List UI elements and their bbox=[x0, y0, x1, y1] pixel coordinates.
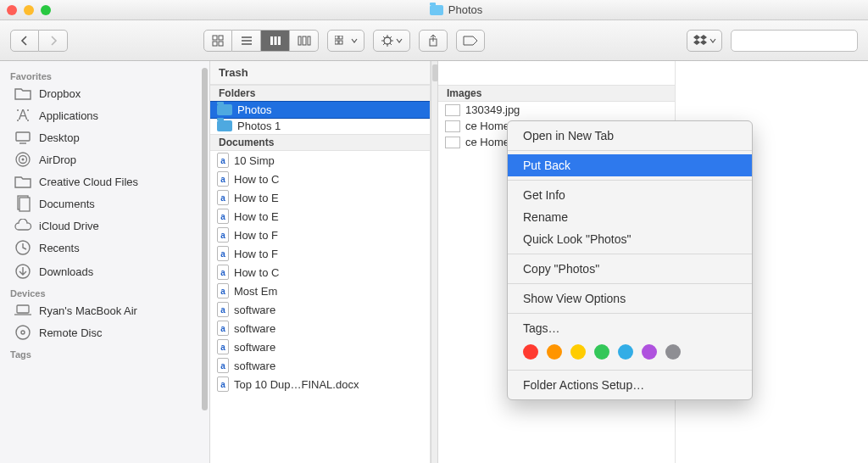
sidebar-item[interactable]: Recents bbox=[0, 236, 209, 259]
list-view-button[interactable] bbox=[232, 30, 261, 52]
sidebar-item[interactable]: Downloads bbox=[0, 259, 209, 283]
svg-line-23 bbox=[390, 43, 392, 45]
column-resize-handle-icon[interactable] bbox=[432, 64, 438, 81]
document-row[interactable]: aHow to F bbox=[210, 226, 430, 244]
document-row[interactable]: asoftware bbox=[210, 337, 430, 356]
tag-color-dot[interactable] bbox=[618, 344, 633, 360]
sidebar-item[interactable]: Dropbox bbox=[0, 83, 209, 103]
back-button[interactable] bbox=[10, 30, 39, 52]
tag-color-dot[interactable] bbox=[642, 344, 657, 360]
column-view-button[interactable] bbox=[261, 30, 290, 52]
document-label: Top 10 Dup…FINAL.docx bbox=[234, 378, 359, 391]
document-icon: a bbox=[217, 321, 229, 336]
svg-rect-12 bbox=[308, 36, 310, 45]
sidebar-item[interactable]: Ryan's MacBook Air bbox=[0, 300, 209, 321]
action-button[interactable] bbox=[373, 30, 410, 52]
icloud-icon bbox=[14, 219, 32, 232]
sidebar-heading: Tags bbox=[0, 344, 209, 361]
icon-view-button[interactable] bbox=[203, 30, 232, 52]
context-menu-item[interactable]: Folder Actions Setup… bbox=[508, 374, 752, 396]
svg-rect-14 bbox=[339, 36, 342, 39]
column-divider[interactable] bbox=[431, 61, 438, 463]
folder-row[interactable]: Photos bbox=[210, 102, 430, 118]
tag-color-dot[interactable] bbox=[523, 344, 538, 360]
gallery-view-button[interactable] bbox=[290, 30, 319, 52]
forward-button[interactable] bbox=[39, 30, 68, 52]
document-row[interactable]: aHow to E bbox=[210, 188, 430, 207]
image-icon bbox=[445, 137, 460, 148]
document-row[interactable]: asoftware bbox=[210, 356, 430, 375]
edit-tags-button[interactable] bbox=[456, 30, 485, 52]
image-icon bbox=[445, 104, 460, 116]
arrange-button[interactable] bbox=[327, 30, 364, 52]
folder-row[interactable]: Photos 1 bbox=[210, 118, 430, 134]
minimize-window-icon[interactable] bbox=[24, 5, 34, 15]
context-menu-separator bbox=[508, 370, 752, 371]
document-label: How to C bbox=[234, 266, 279, 279]
document-icon: a bbox=[217, 227, 229, 243]
document-row[interactable]: aTop 10 Dup…FINAL.docx bbox=[210, 375, 430, 393]
document-label: How to F bbox=[234, 229, 278, 242]
column-trash: Trash Folders PhotosPhotos 1 Documents a… bbox=[210, 61, 431, 463]
sidebar-item[interactable]: iCloud Drive bbox=[0, 215, 209, 236]
folder-icon bbox=[14, 175, 32, 188]
context-menu-separator bbox=[508, 313, 752, 314]
titlebar: Photos bbox=[0, 0, 868, 20]
images-section-label: Images bbox=[438, 85, 675, 102]
document-icon: a bbox=[217, 209, 229, 224]
dropbox-button[interactable] bbox=[687, 30, 722, 52]
document-label: software bbox=[234, 341, 275, 354]
share-button[interactable] bbox=[419, 30, 448, 52]
svg-point-32 bbox=[27, 120, 29, 121]
sidebar-item-label: Downloads bbox=[39, 265, 93, 278]
sidebar-item[interactable]: Desktop bbox=[0, 127, 209, 148]
apps-icon: A bbox=[14, 107, 32, 124]
document-row[interactable]: aMost Em bbox=[210, 282, 430, 300]
context-menu-item[interactable]: Rename bbox=[508, 206, 752, 228]
zoom-window-icon[interactable] bbox=[41, 5, 51, 15]
sidebar-item[interactable]: Documents bbox=[0, 192, 209, 215]
folder-label: Photos bbox=[237, 103, 271, 116]
document-row[interactable]: aHow to C bbox=[210, 263, 430, 282]
sidebar-item-label: Ryan's MacBook Air bbox=[39, 304, 137, 317]
document-icon: a bbox=[217, 358, 229, 373]
svg-point-17 bbox=[384, 37, 391, 44]
context-menu-separator bbox=[508, 283, 752, 284]
document-row[interactable]: a10 Simp bbox=[210, 151, 430, 170]
image-label: 130349.jpg bbox=[465, 103, 520, 116]
context-menu-item[interactable]: Get Info bbox=[508, 184, 752, 206]
context-menu-item[interactable]: Copy "Photos" bbox=[508, 258, 752, 280]
document-row[interactable]: aHow to E bbox=[210, 207, 430, 226]
search-field[interactable] bbox=[731, 30, 858, 52]
context-menu-item[interactable]: Open in New Tab bbox=[508, 125, 752, 147]
tag-color-dot[interactable] bbox=[547, 344, 562, 360]
folder-icon bbox=[14, 86, 32, 100]
context-menu-item[interactable]: Quick Look "Photos" bbox=[508, 228, 752, 250]
context-menu-item[interactable]: Show View Options bbox=[508, 287, 752, 310]
svg-line-24 bbox=[383, 43, 385, 45]
document-row[interactable]: asoftware bbox=[210, 319, 430, 337]
context-menu-item[interactable]: Tags… bbox=[508, 317, 752, 339]
sidebar-heading: Devices bbox=[0, 283, 209, 300]
document-row[interactable]: aHow to F bbox=[210, 244, 430, 263]
disc-icon bbox=[14, 324, 32, 341]
close-window-icon[interactable] bbox=[7, 5, 17, 15]
tag-color-dot[interactable] bbox=[570, 344, 586, 360]
document-row[interactable]: asoftware bbox=[210, 300, 430, 319]
image-row[interactable]: 130349.jpg bbox=[438, 102, 675, 118]
svg-rect-2 bbox=[213, 42, 217, 46]
sidebar-item[interactable]: AApplications bbox=[0, 103, 209, 127]
tag-color-dot[interactable] bbox=[665, 344, 681, 360]
sidebar-item-label: Documents bbox=[39, 198, 95, 210]
sidebar-item[interactable]: Remote Disc bbox=[0, 321, 209, 344]
sidebar-item-label: Dropbox bbox=[39, 87, 81, 100]
sidebar-item[interactable]: Creative Cloud Files bbox=[0, 171, 209, 192]
svg-rect-9 bbox=[278, 36, 281, 45]
document-row[interactable]: aHow to C bbox=[210, 170, 430, 188]
context-menu-separator bbox=[508, 254, 752, 254]
sidebar-scrollbar[interactable] bbox=[202, 68, 208, 410]
sidebar-item[interactable]: AirDrop bbox=[0, 148, 209, 171]
tag-color-dot[interactable] bbox=[594, 344, 609, 360]
context-menu-item[interactable]: Put Back bbox=[508, 154, 752, 176]
toolbar bbox=[0, 20, 868, 61]
